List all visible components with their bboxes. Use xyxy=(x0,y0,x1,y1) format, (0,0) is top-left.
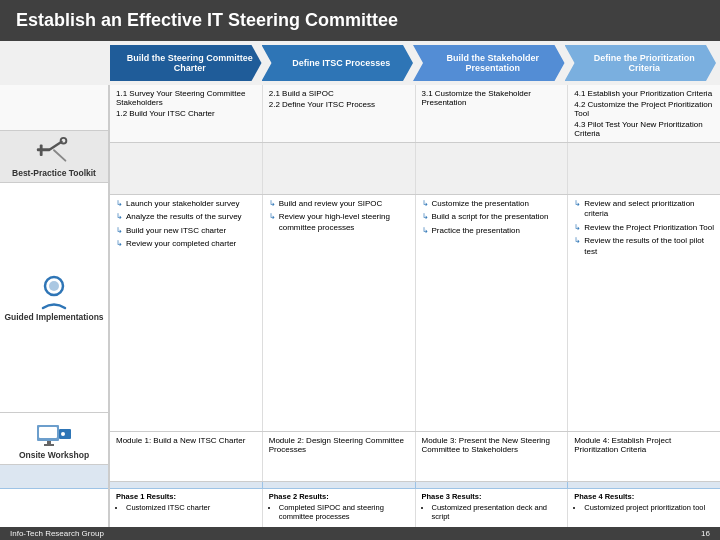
page-title: Establish an Effective IT Steering Commi… xyxy=(16,10,398,30)
main-body: Best-Practice Toolkit Guided Implementat… xyxy=(0,85,720,527)
svg-rect-11 xyxy=(47,441,51,444)
subphase-cell-4: 4.1 Establish your Prioritization Criter… xyxy=(568,85,720,142)
gi-list-3: Customize the presentation Build a scrip… xyxy=(422,199,562,236)
tools-icon xyxy=(35,135,73,165)
gi-cell-2: Build and review your SIPOC Review your … xyxy=(263,195,416,431)
module-cell-3 xyxy=(416,482,569,488)
gi-list-2: Build and review your SIPOC Review your … xyxy=(269,199,409,233)
subphases-row: 1.1 Survey Your Steering Committee Stake… xyxy=(110,85,720,143)
process-row: Build the Steering Committee Charter Def… xyxy=(0,41,720,85)
onsite-icon xyxy=(33,417,75,447)
svg-rect-12 xyxy=(44,444,54,446)
sidebar: Best-Practice Toolkit Guided Implementat… xyxy=(0,85,110,527)
page: Establish an Effective IT Steering Commi… xyxy=(0,0,720,540)
subphase-cell-1: 1.1 Survey Your Steering Committee Stake… xyxy=(110,85,263,142)
gi-row: Launch your stakeholder survey Analyze t… xyxy=(110,195,720,432)
subphase-cell-2: 2.1 Build a SIPOC 2.2 Define Your ITSC P… xyxy=(263,85,416,142)
ow-cell-3: Module 3: Present the New Steering Commi… xyxy=(416,432,569,481)
gi-label: Guided Implementations xyxy=(4,312,103,322)
gi-cell-1: Launch your stakeholder survey Analyze t… xyxy=(110,195,263,431)
result-cell-2: Phase 2 Results: Completed SIPOC and ste… xyxy=(263,489,416,527)
module-cell-4 xyxy=(568,482,720,488)
ow-cell-2: Module 2: Design Steering Committee Proc… xyxy=(263,432,416,481)
results-row: Phase 1 Results: Customized ITSC charter… xyxy=(110,489,720,527)
bp-cell-2 xyxy=(263,143,416,194)
svg-line-2 xyxy=(50,142,61,150)
footer-page: 16 xyxy=(701,529,710,538)
subphase-cell-3: 3.1 Customize the Stakeholder Presentati… xyxy=(416,85,569,142)
bp-row xyxy=(110,143,720,195)
sidebar-module-empty xyxy=(0,465,108,489)
svg-point-6 xyxy=(49,281,59,291)
result-cell-1: Phase 1 Results: Customized ITSC charter xyxy=(110,489,263,527)
ow-label: Onsite Workshop xyxy=(19,450,89,460)
header: Establish an Effective IT Steering Commi… xyxy=(0,0,720,41)
svg-rect-1 xyxy=(40,144,43,155)
guided-icon xyxy=(33,273,75,309)
process-step-2: Define ITSC Processes xyxy=(262,45,414,81)
svg-point-10 xyxy=(61,432,65,436)
bp-cell-1 xyxy=(110,143,263,194)
bp-cell-3 xyxy=(416,143,569,194)
gi-cell-3: Customize the presentation Build a scrip… xyxy=(416,195,569,431)
footer-brand: Info-Tech Research Group xyxy=(10,529,104,538)
svg-point-3 xyxy=(61,138,67,144)
module-cell-2 xyxy=(263,482,416,488)
process-step-4: Define the Prioritization Criteria xyxy=(565,45,717,81)
module-cell-1 xyxy=(110,482,263,488)
sidebar-gi: Guided Implementations xyxy=(0,183,110,413)
bp-cell-4 xyxy=(568,143,720,194)
sidebar-ow: Onsite Workshop xyxy=(0,413,110,465)
gi-list-1: Launch your stakeholder survey Analyze t… xyxy=(116,199,256,250)
result-cell-3: Phase 3 Results: Customized presentation… xyxy=(416,489,569,527)
bp-label: Best-Practice Toolkit xyxy=(12,168,96,178)
sidebar-results-empty xyxy=(0,489,108,527)
sidebar-bp: Best-Practice Toolkit xyxy=(0,131,110,183)
svg-rect-8 xyxy=(39,427,57,438)
ow-cell-1: Module 1: Build a New ITSC Charter xyxy=(110,432,263,481)
process-step-3: Build the Stakeholder Presentation xyxy=(413,45,565,81)
process-step-1: Build the Steering Committee Charter xyxy=(110,45,262,81)
svg-line-4 xyxy=(54,150,65,160)
gi-list-4: Review and select prioritization criteri… xyxy=(574,199,714,257)
right-content: 1.1 Survey Your Steering Committee Stake… xyxy=(110,85,720,527)
ow-cell-4: Module 4: Establish Project Prioritizati… xyxy=(568,432,720,481)
sidebar-empty xyxy=(0,85,108,131)
ow-row: Module 1: Build a New ITSC Charter Modul… xyxy=(110,432,720,482)
result-cell-4: Phase 4 Results: Customized project prio… xyxy=(568,489,720,527)
module-row xyxy=(110,482,720,489)
gi-cell-4: Review and select prioritization criteri… xyxy=(568,195,720,431)
svg-rect-0 xyxy=(37,148,50,151)
footer: Info-Tech Research Group 16 xyxy=(0,527,720,540)
